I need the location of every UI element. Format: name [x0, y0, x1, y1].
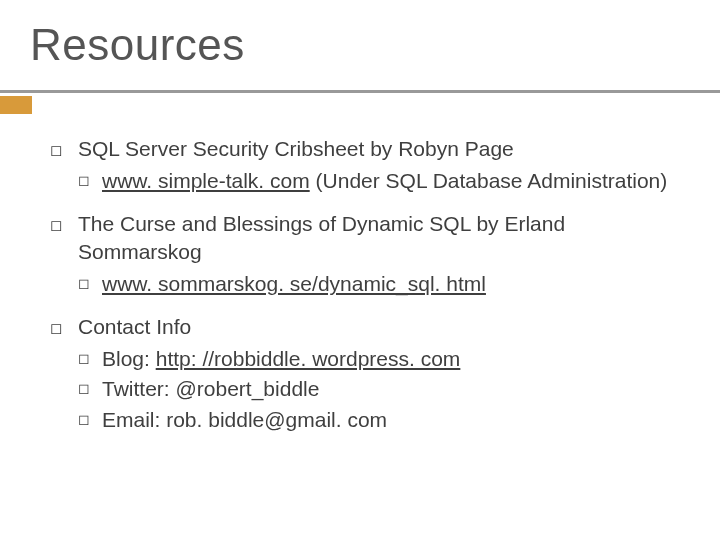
sub-list-item: ◻ Blog: http: //robbiddle. wordpress. co…: [78, 345, 690, 373]
email-address: rob. biddle@gmail. com: [166, 408, 387, 431]
sub-list-item: ◻ Email: rob. biddle@gmail. com: [78, 406, 690, 434]
separator-line: [0, 90, 720, 93]
content-area: ◻ SQL Server Security Cribsheet by Robyn…: [50, 135, 690, 448]
list-item-text: The Curse and Blessings of Dynamic SQL b…: [78, 210, 690, 267]
link-sommarskog[interactable]: www. sommarskog. se/dynamic_sql. html: [102, 272, 486, 295]
list-item: ◻ Contact Info ◻ Blog: http: //robbiddle…: [50, 313, 690, 434]
list-item-text: Contact Info: [78, 313, 690, 341]
link-simple-talk[interactable]: www. simple-talk. com: [102, 169, 310, 192]
list-item: ◻ SQL Server Security Cribsheet by Robyn…: [50, 135, 690, 196]
sub-item-text: (Under SQL Database Administration): [310, 169, 668, 192]
slide: Resources ◻ SQL Server Security Cribshee…: [0, 0, 720, 540]
page-title: Resources: [30, 20, 245, 70]
list-item-text: SQL Server Security Cribsheet by Robyn P…: [78, 135, 690, 163]
bullet-icon: ◻: [50, 210, 78, 267]
list-item: ◻ The Curse and Blessings of Dynamic SQL…: [50, 210, 690, 299]
sub-list-item: ◻ www. sommarskog. se/dynamic_sql. html: [78, 270, 690, 298]
bullet-icon: ◻: [50, 135, 78, 163]
sub-list-item: ◻ www. simple-talk. com (Under SQL Datab…: [78, 167, 690, 195]
bullet-icon: ◻: [78, 167, 102, 195]
twitter-handle: @robert_biddle: [176, 377, 320, 400]
bullet-icon: ◻: [78, 345, 102, 373]
sub-item-prefix: Twitter:: [102, 377, 176, 400]
sub-item-prefix: Blog:: [102, 347, 156, 370]
bullet-icon: ◻: [78, 406, 102, 434]
bullet-icon: ◻: [50, 313, 78, 341]
link-blog[interactable]: http: //robbiddle. wordpress. com: [156, 347, 461, 370]
sub-item-prefix: Email:: [102, 408, 166, 431]
sub-list-item: ◻ Twitter: @robert_biddle: [78, 375, 690, 403]
bullet-icon: ◻: [78, 375, 102, 403]
bullet-icon: ◻: [78, 270, 102, 298]
accent-block: [0, 96, 32, 114]
